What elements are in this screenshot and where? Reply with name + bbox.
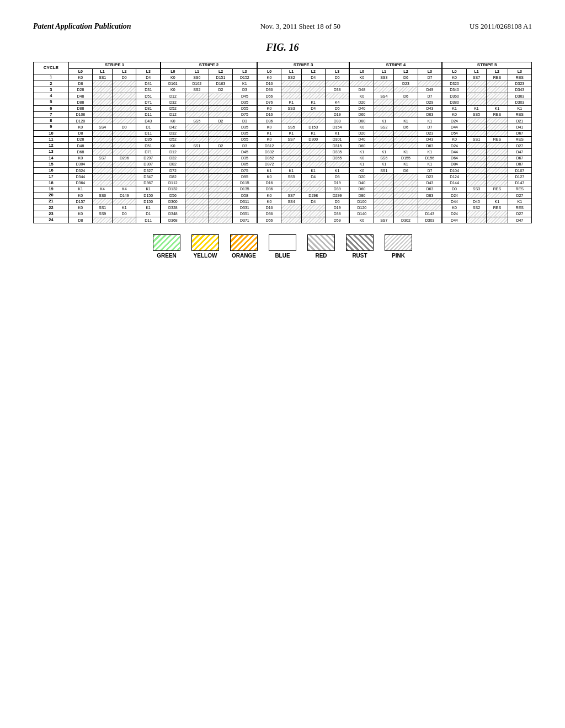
cell-r8-s1-c1 — [92, 118, 112, 124]
cell-r21-s2-c1 — [185, 199, 209, 205]
cell-r16-s2-c3: D75 — [233, 168, 257, 174]
cell-r5-s3-c1: K1 — [281, 99, 301, 105]
cell-r7-s5-c0: K0 — [442, 111, 466, 117]
cell-r8-s3-c2 — [301, 118, 325, 124]
cell-r8-s5-c3: D21 — [508, 118, 531, 124]
cell-r24-s5-c0: D44 — [442, 217, 466, 223]
cell-r15-s5-c0: D84 — [442, 161, 466, 167]
cell-r23-s1-c0: K0 — [68, 211, 92, 217]
legend-container: GREEN YELLOW ORANGE BLUE RED RUST PINK — [33, 234, 532, 259]
cell-r7-s3-c3: D19 — [325, 111, 349, 117]
cell-r21-s5-c3: K1 — [508, 199, 531, 205]
cell-r1-s2-c1: SS6 — [185, 74, 209, 81]
cell-r23-s4-c2 — [394, 211, 418, 217]
cell-r15-s4-c1: K1 — [374, 161, 394, 167]
cell-r8-s2-c3: D3 — [233, 118, 257, 124]
cell-r11-s5-c1: SS1 — [466, 136, 486, 142]
cell-r6-s4-c0: D40 — [349, 105, 374, 111]
cell-r6-s1-c2 — [113, 105, 136, 111]
cell-r9-s5-c1 — [466, 124, 486, 130]
cell-r16-s1-c1 — [92, 168, 112, 174]
cell-r10-s3-c1: K1 — [281, 130, 301, 136]
cell-r19-s1-c0: K1 — [68, 186, 92, 192]
cell-r9-s2-c1 — [185, 124, 209, 130]
cell-r18-s1-c3: D367 — [136, 180, 161, 186]
figure-title: FIG. 16 — [33, 42, 532, 53]
cell-r2-s3-c0: D16 — [257, 81, 281, 87]
cell-r1-s5-c3: RES — [508, 74, 531, 81]
cell-r6-s4-c3: D43 — [418, 105, 442, 111]
cell-r22-s1-c1: SS1 — [92, 205, 112, 211]
cell-r22-s3-c1 — [281, 205, 301, 211]
cell-r14-s5-c1 — [466, 155, 486, 161]
cell-r8-s5-c2 — [487, 118, 508, 124]
cell-r17-s2-c0: D82 — [161, 174, 185, 180]
cell-r7-s2-c2 — [209, 111, 232, 117]
cell-r5-s1-c1 — [92, 99, 112, 105]
legend-label-red: RED — [315, 253, 327, 259]
cell-r3-s5-c2 — [487, 87, 508, 93]
cell-r4-s4-c0: K0 — [349, 93, 374, 99]
cell-r9-s4-c3: D7 — [418, 124, 442, 130]
cell-r23-s1-c2: D0 — [113, 211, 136, 217]
legend-rust: RUST — [346, 234, 374, 259]
cell-r19-s4-c0: D60 — [349, 186, 374, 192]
cell-r16-s3-c3: K1 — [325, 168, 349, 174]
cell-r14-s5-c0: D64 — [442, 155, 466, 161]
cell-r15-s3-c2 — [301, 161, 325, 167]
cell-r6-s3-c1: SS3 — [281, 105, 301, 111]
cell-r18-s4-c1 — [374, 180, 394, 186]
cell-r10-s2-c2 — [209, 130, 232, 136]
cell-r4-s1-c0: D48 — [68, 93, 92, 99]
cycle-cell-9: 9 — [34, 124, 69, 130]
cell-r18-s2-c3: D115 — [233, 180, 257, 186]
cell-r6-s4-c2 — [394, 105, 418, 111]
cell-r23-s3-c2 — [301, 211, 325, 217]
legend-label-blue: BLUE — [275, 253, 290, 259]
cell-r11-s1-c2 — [113, 136, 136, 142]
cell-r11-s3-c0: K0 — [257, 136, 281, 142]
cell-r2-s5-c2 — [487, 81, 508, 87]
cell-r19-s1-c3: K1 — [136, 186, 161, 192]
cell-r7-s1-c1 — [92, 111, 112, 117]
stripe2-header: STRIPE 2 — [161, 62, 257, 69]
cell-r17-s2-c2 — [209, 174, 232, 180]
cell-r4-s2-c2 — [209, 93, 232, 99]
cell-r16-s4-c3: D7 — [418, 168, 442, 174]
cell-r18-s4-c0: D40 — [349, 180, 374, 186]
cell-r11-s4-c2 — [394, 136, 418, 142]
s5-l2: L2 — [487, 68, 508, 74]
cell-r19-s1-c1: K4 — [92, 186, 112, 192]
cell-r8-s1-c2 — [113, 118, 136, 124]
cell-r14-s4-c3: D156 — [418, 155, 442, 161]
cell-r1-s4-c1: SS3 — [374, 74, 394, 81]
cell-r11-s3-c1: SS7 — [281, 136, 301, 142]
cell-r5-s1-c0: D88 — [68, 99, 92, 105]
cell-r16-s5-c2 — [487, 168, 508, 174]
cell-r23-s5-c3: D27 — [508, 211, 531, 217]
cell-r3-s3-c0: D36 — [257, 87, 281, 93]
cell-r3-s5-c0: D340 — [442, 87, 466, 93]
cell-r16-s5-c3: D107 — [508, 168, 531, 174]
cell-r21-s5-c1: D45 — [466, 199, 486, 205]
cell-r3-s1-c3: D31 — [136, 87, 161, 93]
cell-r18-s1-c2 — [113, 180, 136, 186]
cell-r12-s4-c1 — [374, 143, 394, 149]
cell-r21-s3-c1: SS4 — [281, 199, 301, 205]
cell-r6-s1-c1 — [92, 105, 112, 111]
cell-r14-s3-c0: D352 — [257, 155, 281, 161]
cell-r6-s2-c0: D52 — [161, 105, 185, 111]
cell-r22-s3-c0: D16 — [257, 205, 281, 211]
cell-r12-s1-c0: D48 — [68, 143, 92, 149]
cell-r19-s3-c3: D39 — [325, 186, 349, 192]
cell-r13-s5-c3: D47 — [508, 149, 531, 155]
cell-r11-s2-c1 — [185, 136, 209, 142]
cell-r23-s4-c3: D143 — [418, 211, 442, 217]
cell-r9-s1-c1: SS4 — [92, 124, 112, 130]
cell-r1-s3-c1: SS2 — [281, 74, 301, 81]
cell-r15-s2-c1 — [185, 161, 209, 167]
cell-r16-s1-c2 — [113, 168, 136, 174]
cell-r5-s2-c3: D35 — [233, 99, 257, 105]
cell-r1-s1-c1: SS1 — [92, 74, 112, 81]
cell-r17-s3-c3: D5 — [325, 174, 349, 180]
